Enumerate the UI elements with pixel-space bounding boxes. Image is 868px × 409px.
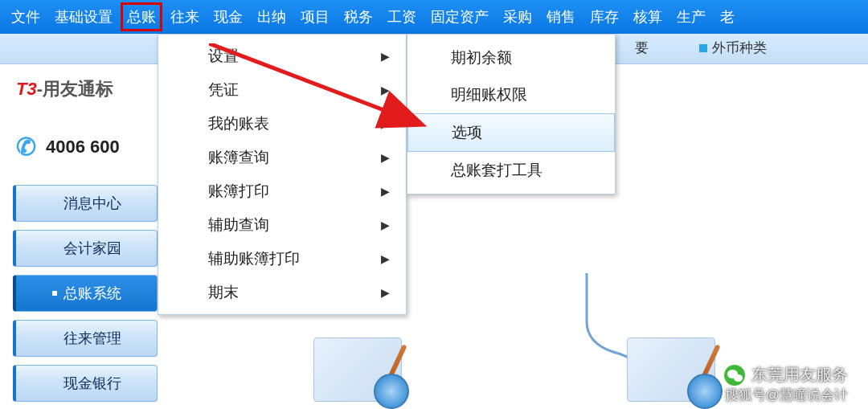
chevron-right-icon: ▶	[381, 117, 390, 130]
sidebar-item-label: 往来管理	[63, 329, 121, 348]
dd-item-label: 设置	[208, 46, 239, 67]
dd-item-detail-permission[interactable]: 明细账权限	[407, 76, 615, 113]
chevron-right-icon: ▶	[381, 84, 390, 96]
sidebar-item-message-center[interactable]: 消息中心	[13, 185, 158, 222]
dd-item-book-print[interactable]: 账簿打印▶	[158, 174, 406, 208]
menu-basic-settings[interactable]: 基础设置	[50, 4, 117, 30]
phone-number: 4006 600	[46, 137, 120, 157]
menu-file[interactable]: 文件	[6, 4, 45, 30]
toolbar-link-1[interactable]: 要	[635, 39, 649, 57]
dd-item-label: 期末	[208, 282, 239, 303]
dd-item-aux-book-print[interactable]: 辅助账簿打印▶	[158, 242, 406, 276]
dd-item-label: 明细账权限	[451, 84, 527, 105]
menu-cashier[interactable]: 出纳	[252, 4, 291, 30]
menu-salary[interactable]: 工资	[383, 4, 421, 30]
dd-item-label: 辅助查询	[208, 215, 269, 235]
menu-fixed-assets[interactable]: 固定资产	[426, 4, 493, 30]
dd-item-label: 总账套打工具	[451, 160, 542, 181]
sidebar-item-general-ledger[interactable]: 总账系统	[13, 275, 158, 312]
sidebar-item-cash-bank[interactable]: 现金银行	[13, 365, 158, 402]
menu-more[interactable]: 老	[715, 4, 739, 30]
workflow-icons	[313, 337, 715, 402]
sidebar: 消息中心 会计家园 总账系统 往来管理 现金银行	[13, 185, 158, 402]
sidebar-item-label: 总账系统	[63, 284, 121, 303]
menu-purchase[interactable]: 采购	[498, 4, 537, 30]
phone-row: ✆ 4006 600	[16, 133, 120, 161]
watermark-credit: 搜狐号@慧瞳说会计	[724, 386, 848, 404]
menu-production[interactable]: 生产	[672, 4, 710, 30]
square-bullet-icon	[699, 44, 707, 52]
menu-cash[interactable]: 现金	[209, 4, 248, 30]
dd-item-label: 账簿打印	[208, 181, 269, 202]
menu-inventory[interactable]: 库存	[585, 4, 624, 30]
dd-item-options[interactable]: 选项	[407, 113, 615, 152]
toolbar-link-currency[interactable]: 外币种类	[699, 39, 767, 57]
menu-project[interactable]: 项目	[296, 4, 334, 30]
wechat-icon	[724, 365, 745, 386]
dd-item-aux-query[interactable]: 辅助查询▶	[158, 208, 406, 242]
dd-item-label: 选项	[452, 122, 482, 143]
menubar: 文件 基础设置 总账 往来 现金 出纳 项目 税务 工资 固定资产 采购 销售 …	[0, 0, 868, 34]
dd-item-label: 辅助账簿打印	[208, 248, 300, 269]
phone-icon: ✆	[16, 133, 36, 161]
dd-item-my-reports[interactable]: 我的账表▶	[158, 107, 406, 141]
watermark-brand: 东莞用友服务	[751, 364, 848, 386]
menu-accounting[interactable]: 核算	[628, 4, 667, 30]
dd-item-period-end[interactable]: 期末▶	[158, 276, 406, 309]
logo-prefix: T3	[16, 79, 37, 99]
chevron-right-icon: ▶	[381, 219, 390, 231]
menu-sales[interactable]: 销售	[542, 4, 580, 30]
chevron-right-icon: ▶	[381, 151, 390, 164]
sidebar-item-label: 消息中心	[63, 194, 121, 213]
menu-tax[interactable]: 税务	[339, 4, 378, 30]
dd-item-opening-balance[interactable]: 期初余额	[407, 39, 615, 76]
chevron-right-icon: ▶	[381, 50, 390, 63]
dd-item-label: 账簿查询	[208, 147, 269, 168]
dd-item-label: 我的账表	[208, 113, 269, 134]
watermark: 东莞用友服务 搜狐号@慧瞳说会计	[724, 364, 848, 404]
document-icon	[313, 337, 402, 402]
dd-item-voucher[interactable]: 凭证▶	[158, 73, 406, 107]
chevron-right-icon: ▶	[381, 252, 390, 265]
sidebar-item-label: 现金银行	[63, 374, 121, 393]
menu-general-ledger[interactable]: 总账	[122, 4, 161, 30]
menu-contacts[interactable]: 往来	[166, 4, 204, 30]
sidebar-item-label: 会计家园	[63, 239, 121, 258]
dd-item-label: 期初余额	[451, 47, 512, 68]
dd-item-label: 凭证	[208, 80, 239, 100]
toolbar-link-2-label: 外币种类	[712, 39, 767, 57]
toolbar-link-1-label: 要	[635, 39, 649, 57]
dropdown-general-ledger: 设置▶ 凭证▶ 我的账表▶ 账簿查询▶ 账簿打印▶ 辅助查询▶ 辅助账簿打印▶ …	[158, 34, 407, 315]
dd-item-ledger-print-tool[interactable]: 总账套打工具	[407, 152, 615, 189]
logo-suffix: -用友通标	[37, 79, 113, 99]
dd-item-book-query[interactable]: 账簿查询▶	[158, 141, 406, 174]
dropdown-settings-submenu: 期初余额 明细账权限 选项 总账套打工具	[407, 34, 616, 194]
dd-item-settings[interactable]: 设置▶	[158, 39, 406, 73]
chevron-right-icon: ▶	[381, 185, 390, 198]
product-logo: T3-用友通标	[16, 77, 113, 101]
chevron-right-icon: ▶	[381, 286, 390, 299]
sidebar-item-accounting-home[interactable]: 会计家园	[13, 230, 158, 267]
sidebar-item-contacts-mgmt[interactable]: 往来管理	[13, 320, 158, 357]
document-icon	[627, 337, 715, 402]
